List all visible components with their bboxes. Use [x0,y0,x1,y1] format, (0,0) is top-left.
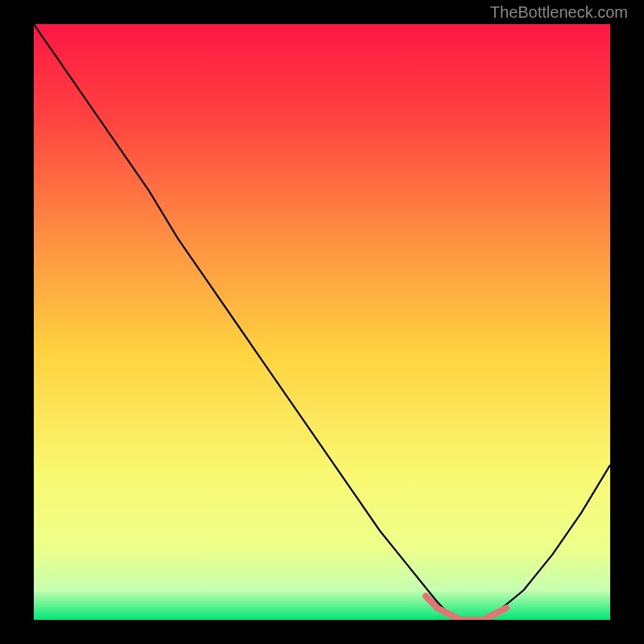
watermark-text: TheBottleneck.com [490,3,628,22]
highlight-curve-line [426,596,506,620]
chart-plot-area [34,24,610,620]
chart-curves [34,24,610,620]
main-curve-line [34,24,610,620]
